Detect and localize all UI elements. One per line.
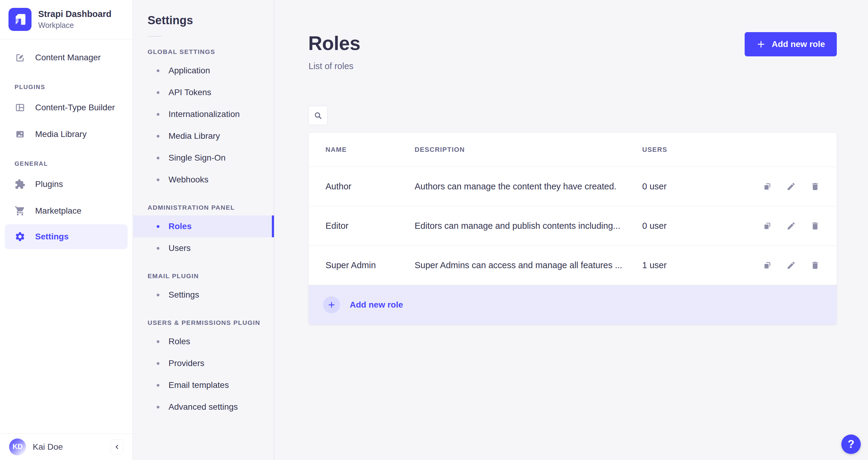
subnav-section-users-permissions-plugin: USERS & PERMISSIONS PLUGIN	[133, 319, 274, 326]
subnav-section-administration-panel: ADMINISTRATION PANEL	[133, 204, 274, 211]
role-description: Authors can manage the content they have…	[414, 182, 642, 191]
plus-circle	[323, 296, 340, 313]
column-header-name: NAME	[326, 146, 414, 154]
help-button[interactable]: ?	[841, 434, 861, 454]
bullet-icon	[157, 225, 159, 228]
subnav-item-internationalization[interactable]: Internationalization	[133, 103, 274, 125]
row-actions	[749, 260, 820, 270]
subnav-item-single-sign-on[interactable]: Single Sign-On	[133, 147, 274, 169]
subnav-item-email-templates[interactable]: Email templates	[133, 374, 274, 396]
trash-icon	[810, 182, 820, 191]
sidebar-item-plugins[interactable]: Plugins	[0, 171, 132, 197]
sidebar-item-content-type-builder[interactable]: Content-Type Builder	[0, 94, 132, 121]
edit-role-button[interactable]	[786, 221, 796, 231]
search-button[interactable]	[308, 106, 328, 125]
role-name: Author	[326, 182, 414, 191]
subnav-item-api-tokens[interactable]: API Tokens	[133, 82, 274, 103]
cart-icon	[14, 206, 26, 216]
plus-icon	[328, 301, 336, 309]
user-name: Kai Doe	[33, 442, 104, 452]
page-subtitle: List of roles	[275, 55, 868, 71]
subnav-item-media-library[interactable]: Media Library	[133, 125, 274, 147]
subnav-section-email-plugin: EMAIL PLUGIN	[133, 272, 274, 280]
add-new-role-button[interactable]: Add new role	[745, 32, 837, 56]
subnav-item-users[interactable]: Users	[133, 237, 274, 259]
subnav-section-global-settings: GLOBAL SETTINGS	[133, 48, 274, 56]
bullet-icon	[157, 247, 159, 250]
role-users-count: 0 user	[642, 221, 749, 231]
duplicate-role-button[interactable]	[763, 182, 772, 191]
role-description: Super Admins can access and manage all f…	[414, 260, 642, 270]
subnav-item-label: Settings	[168, 290, 199, 300]
table-row-super-admin: Super Admin Super Admins can access and …	[309, 245, 837, 285]
duplicate-role-button[interactable]	[763, 260, 772, 270]
subnav-item-label: Internationalization	[168, 110, 240, 119]
brand: Strapi Dashboard Workplace	[0, 0, 132, 39]
role-users-count: 1 user	[642, 260, 749, 270]
add-new-role-footer-button[interactable]: Add new role	[309, 285, 837, 325]
main-content: Roles List of roles Add new role NAME DE…	[275, 0, 868, 460]
sidebar-nav: Content Manager PLUGINS Content-Type Bui…	[0, 39, 132, 249]
subnav-item-label: Single Sign-On	[168, 153, 225, 163]
subnav-item-label: Advanced settings	[168, 402, 238, 412]
table-header-row: NAME DESCRIPTION USERS	[309, 133, 837, 167]
subnav-item-application[interactable]: Application	[133, 60, 274, 82]
bullet-icon	[157, 135, 159, 137]
subnav-item-providers[interactable]: Providers	[133, 352, 274, 374]
pencil-icon	[786, 221, 796, 231]
edit-role-button[interactable]	[786, 182, 796, 191]
magnifier-icon	[313, 111, 322, 120]
row-actions	[749, 182, 820, 191]
sidebar-item-label: Marketplace	[35, 206, 82, 216]
column-header-users: USERS	[642, 146, 749, 154]
subnav-item-advanced-settings[interactable]: Advanced settings	[133, 396, 274, 418]
gear-icon	[14, 231, 26, 242]
delete-role-button[interactable]	[810, 182, 820, 191]
delete-role-button[interactable]	[810, 260, 820, 270]
collapse-sidebar-button[interactable]	[111, 439, 123, 455]
sidebar-section-general: GENERAL	[0, 160, 132, 167]
footer-add-label: Add new role	[350, 300, 403, 310]
subnav-item-roles-up[interactable]: Roles	[133, 331, 274, 352]
sidebar-item-marketplace[interactable]: Marketplace	[0, 197, 132, 224]
subnav-divider	[148, 36, 161, 37]
sidebar-item-label: Content-Type Builder	[35, 103, 115, 113]
bullet-icon	[157, 362, 159, 365]
puzzle-icon	[14, 179, 26, 190]
sidebar-item-label: Settings	[35, 232, 68, 242]
sidebar-item-content-manager[interactable]: Content Manager	[0, 44, 132, 71]
delete-role-button[interactable]	[810, 221, 820, 231]
workspace-name: Workplace	[38, 21, 112, 30]
copy-icon	[763, 182, 772, 191]
settings-subnav: Settings GLOBAL SETTINGS Application API…	[133, 0, 274, 460]
edit-role-button[interactable]	[786, 260, 796, 270]
pencil-icon	[786, 260, 796, 270]
sidebar-item-media-library[interactable]: Media Library	[0, 121, 132, 148]
sidebar-item-label: Media Library	[35, 129, 87, 139]
column-header-description: DESCRIPTION	[414, 146, 642, 154]
bullet-icon	[157, 179, 159, 181]
sidebar-item-label: Plugins	[35, 179, 63, 189]
trash-icon	[810, 260, 820, 270]
copy-icon	[763, 260, 772, 270]
plus-icon	[756, 40, 766, 49]
subnav-title: Settings	[133, 0, 274, 27]
subnav-item-label: Media Library	[168, 131, 220, 141]
chevron-left-icon	[113, 443, 121, 451]
table-row-editor: Editor Editors can manage and publish co…	[309, 206, 837, 245]
content-manager-icon	[14, 52, 26, 63]
role-name: Editor	[326, 221, 414, 231]
subnav-item-label: API Tokens	[168, 88, 211, 97]
bullet-icon	[157, 294, 159, 296]
sidebar-item-settings[interactable]: Settings	[5, 224, 128, 249]
subnav-item-roles-admin[interactable]: Roles	[133, 215, 274, 237]
duplicate-role-button[interactable]	[763, 221, 772, 231]
subnav-item-email-settings[interactable]: Settings	[133, 284, 274, 306]
bullet-icon	[157, 406, 159, 408]
pencil-icon	[786, 182, 796, 191]
subnav-item-webhooks[interactable]: Webhooks	[133, 169, 274, 191]
role-name: Super Admin	[326, 260, 414, 270]
role-users-count: 0 user	[642, 182, 749, 191]
brand-text: Strapi Dashboard Workplace	[38, 9, 112, 29]
bullet-icon	[157, 69, 159, 72]
